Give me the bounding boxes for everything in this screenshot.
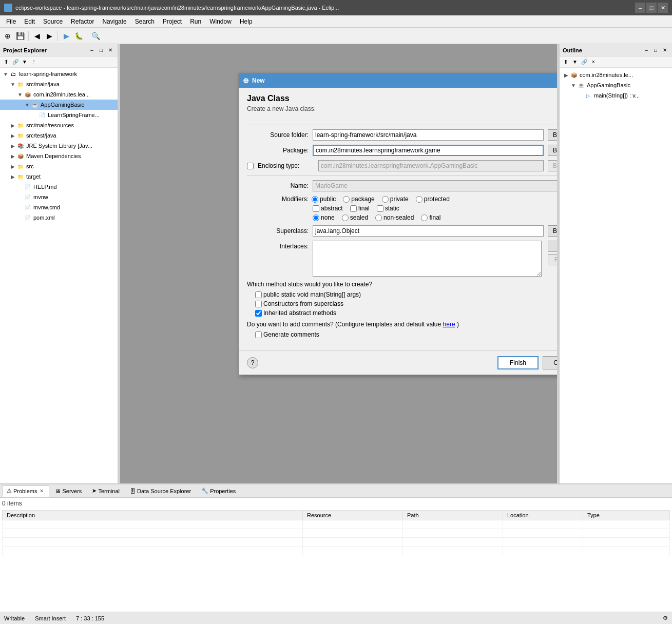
forward-button[interactable]: ▶ (44, 30, 55, 42)
modifier-final[interactable]: final (350, 205, 370, 212)
stub-main-checkbox[interactable] (255, 291, 262, 298)
modifier-abstract[interactable]: abstract (313, 205, 343, 212)
minimize-panel-button[interactable]: – (88, 46, 96, 54)
tab-servers[interactable]: 🖥 Servers (50, 485, 86, 497)
interfaces-remove-button[interactable]: Remove (548, 254, 557, 265)
sealed-none[interactable]: none (313, 214, 335, 221)
name-input[interactable] (313, 180, 557, 191)
menu-window[interactable]: Window (205, 16, 236, 27)
enclosing-type-checkbox[interactable] (247, 163, 254, 169)
sealed-sealed[interactable]: sealed (342, 214, 368, 221)
tree-item-target[interactable]: ▶ 📁 target (0, 171, 118, 182)
enclosing-type-input[interactable] (318, 160, 544, 171)
menu-search[interactable]: Search (131, 16, 159, 27)
debug-button[interactable]: 🐛 (73, 30, 84, 42)
stub-inherited-checkbox[interactable] (255, 310, 262, 317)
stub-inherited[interactable]: Inherited abstract methods (255, 309, 557, 317)
modifier-public[interactable]: public (312, 196, 336, 203)
close-panel-button[interactable]: ✕ (106, 46, 114, 54)
toggle-src[interactable]: ▼ (9, 82, 16, 87)
outline-item-method[interactable]: ▷ main(String[]) : v... (561, 90, 671, 101)
modifier-static[interactable]: static (377, 205, 399, 212)
toggle-jre[interactable]: ▶ (9, 143, 16, 149)
tab-datasource[interactable]: 🗄 Data Source Explorer (125, 485, 196, 497)
close-outline-button[interactable]: ✕ (661, 46, 669, 54)
tree-item-project[interactable]: ▼ 🗂 learn-spring-framework (0, 69, 118, 79)
modifier-public-radio[interactable] (312, 196, 318, 203)
menu-help[interactable]: Help (236, 16, 257, 27)
modifier-private-radio[interactable] (382, 196, 389, 203)
project-tree[interactable]: ▼ 🗂 learn-spring-framework ▼ 📁 src/main/… (0, 68, 118, 483)
sealed-final[interactable]: final (421, 214, 440, 221)
menu-refactor[interactable]: Refactor (67, 16, 98, 27)
minimize-outline-button[interactable]: – (642, 46, 650, 54)
finish-button[interactable]: Finish (497, 356, 539, 369)
toggle-pkg[interactable]: ▼ (16, 92, 24, 98)
package-browse-button[interactable]: Browse... (548, 145, 557, 156)
package-input[interactable] (313, 145, 544, 156)
maximize-outline-button[interactable]: □ (651, 46, 660, 54)
col-description[interactable]: Description (3, 511, 303, 520)
problems-tab-close[interactable]: ✕ (39, 488, 45, 494)
col-type[interactable]: Type (583, 511, 670, 520)
tree-item-jre[interactable]: ▶ 📚 JRE System Library [Jav... (0, 141, 118, 151)
col-resource[interactable]: Resource (303, 511, 403, 520)
link-editor-button[interactable]: 🔗 (11, 58, 20, 66)
modifier-static-checkbox[interactable] (377, 205, 383, 212)
superclass-browse-button[interactable]: Browse... (548, 225, 557, 237)
superclass-input[interactable] (313, 225, 544, 237)
generate-comments-checkbox[interactable] (255, 332, 262, 338)
tree-item-maven[interactable]: ▶ 📦 Maven Dependencies (0, 151, 118, 161)
outline-toggle-pkg[interactable]: ▶ (563, 72, 570, 78)
new-button[interactable]: ⊕ (2, 30, 13, 42)
toggle-maven[interactable]: ▶ (9, 153, 16, 159)
tab-terminal[interactable]: ➤ Terminal (87, 485, 124, 497)
toggle-target[interactable]: ▶ (9, 174, 16, 180)
toggle-appgaming[interactable]: ▼ (24, 102, 31, 108)
sealed-non-sealed[interactable]: non-sealed (375, 214, 414, 221)
comments-link[interactable]: here (443, 321, 455, 328)
modifier-protected-radio[interactable] (416, 196, 423, 203)
menu-run[interactable]: Run (186, 16, 205, 27)
menu-source[interactable]: Source (39, 16, 67, 27)
run-button[interactable]: ▶ (61, 30, 72, 42)
modifier-abstract-checkbox[interactable] (313, 205, 319, 212)
modifier-final-checkbox[interactable] (350, 205, 357, 212)
stub-constructors[interactable]: Constructors from superclass (255, 300, 557, 307)
sealed-none-radio[interactable] (313, 215, 319, 221)
enclosing-type-browse-button[interactable]: Browse... (548, 160, 557, 171)
view-menu-button[interactable]: ⋮ (30, 58, 38, 66)
help-button[interactable]: ? (247, 357, 258, 368)
tree-item-pom-xml[interactable]: 📄 pom.xml (0, 212, 118, 223)
menu-edit[interactable]: Edit (20, 16, 39, 27)
outline-btn4[interactable]: × (589, 58, 598, 66)
tree-item-resources[interactable]: ▶ 📁 src/main/resources (0, 120, 118, 130)
generate-comments[interactable]: Generate comments (255, 331, 557, 338)
toggle-resources[interactable]: ▶ (9, 123, 16, 128)
filter-button[interactable]: ▼ (21, 58, 29, 66)
menu-project[interactable]: Project (159, 16, 186, 27)
modifier-protected[interactable]: protected (416, 196, 450, 203)
modifier-package[interactable]: package (343, 196, 374, 203)
outline-toggle-class[interactable]: ▼ (570, 83, 577, 88)
outline-item-package[interactable]: ▶ 📦 com.in28minutes.le... (561, 70, 671, 80)
sealed-non-sealed-radio[interactable] (375, 215, 382, 221)
source-folder-browse-button[interactable]: Browse... (548, 129, 557, 141)
sealed-sealed-radio[interactable] (342, 215, 349, 221)
outline-btn1[interactable]: ⬆ (562, 58, 570, 66)
modifier-private[interactable]: private (382, 196, 409, 203)
maximize-panel-button[interactable]: □ (97, 46, 105, 54)
tab-problems[interactable]: ⚠ Problems ✕ (2, 485, 49, 497)
tree-item-appgaming[interactable]: ▼ ☕ AppGamingBasic (0, 100, 118, 110)
outline-btn3[interactable]: 🔗 (580, 58, 588, 66)
tree-item-src[interactable]: ▶ 📁 src (0, 161, 118, 171)
cancel-button[interactable]: Cancel (543, 356, 557, 369)
tab-properties[interactable]: 🔧 Properties (197, 485, 240, 497)
back-button[interactable]: ◀ (31, 30, 43, 42)
sealed-final-radio[interactable] (421, 215, 428, 221)
modifier-package-radio[interactable] (343, 196, 350, 203)
tree-item-test-java[interactable]: ▶ 📁 src/test/java (0, 130, 118, 141)
maximize-button[interactable]: □ (646, 3, 657, 13)
col-path[interactable]: Path (403, 511, 503, 520)
outline-tree[interactable]: ▶ 📦 com.in28minutes.le... ▼ ☕ AppGamingB… (560, 68, 672, 483)
